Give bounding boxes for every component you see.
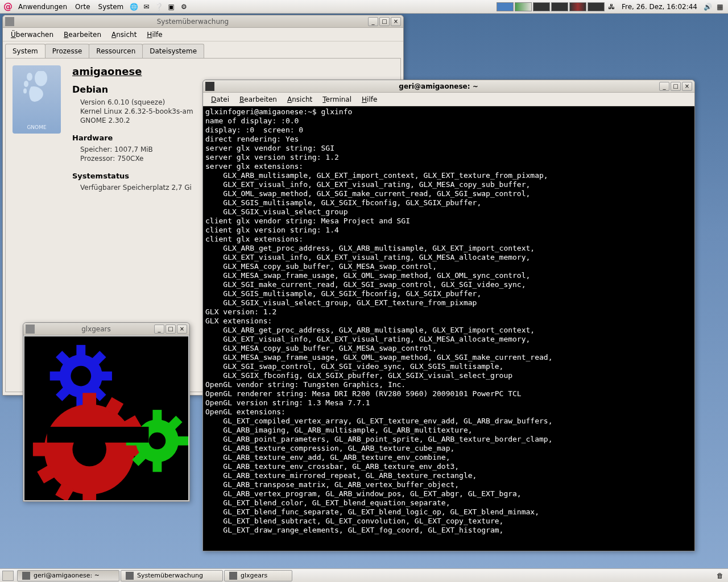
workspace-switcher[interactable] bbox=[497, 2, 605, 11]
sysmon-titlebar[interactable]: Systemüberwachung _ □ × bbox=[3, 15, 403, 28]
disk-info: Verfügbarer Speicherplatz 2,7 Gi bbox=[80, 184, 193, 192]
terminal-minimize-button[interactable]: _ bbox=[659, 82, 669, 91]
task-glxgears[interactable]: glxgears bbox=[224, 570, 292, 581]
tab-ressourcen[interactable]: Ressourcen bbox=[89, 44, 143, 58]
system-menu[interactable]: System bbox=[95, 2, 127, 12]
svg-rect-26 bbox=[152, 410, 162, 421]
glx-close-button[interactable]: × bbox=[177, 325, 187, 334]
menu-uberwachen[interactable]: Überwachen bbox=[6, 29, 58, 40]
sysmon-tabs: System Prozesse Ressourcen Dateisysteme bbox=[3, 41, 403, 58]
clock[interactable]: Fre, 26. Dez, 16:02:44 bbox=[618, 3, 701, 11]
svg-rect-29 bbox=[177, 436, 188, 446]
task-sysmon[interactable]: Systemüberwachung bbox=[121, 570, 223, 581]
gnome-foot-icon bbox=[21, 71, 49, 105]
glxgears-window: glxgears _ □ × bbox=[23, 322, 190, 502]
menu-bearbeiten[interactable]: Bearbeiten bbox=[59, 29, 106, 40]
glxgears-title: glxgears bbox=[38, 325, 154, 333]
sysmon-menubar: Überwachen Bearbeiten Ansicht Hilfe bbox=[3, 28, 403, 41]
svg-rect-17 bbox=[82, 492, 96, 501]
task-sysmon-label: Systemüberwachung bbox=[137, 572, 203, 579]
svg-point-3 bbox=[23, 89, 27, 94]
task-terminal-icon bbox=[22, 572, 30, 580]
os-name: Debian bbox=[72, 84, 193, 95]
task-terminal-label: geri@amigaonese: ~ bbox=[34, 572, 100, 579]
close-button[interactable]: × bbox=[391, 17, 401, 26]
volume-icon[interactable]: 🔊 bbox=[702, 1, 713, 13]
help-launcher-icon[interactable]: ❔ bbox=[153, 1, 164, 13]
terminal-title: geri@amigaonese: ~ bbox=[218, 82, 659, 90]
workspace-5[interactable] bbox=[569, 2, 586, 11]
svg-rect-9 bbox=[101, 372, 112, 381]
workspace-1[interactable] bbox=[497, 2, 514, 11]
places-menu[interactable]: Orte bbox=[72, 2, 93, 12]
tab-system[interactable]: System bbox=[5, 44, 46, 58]
tray-icon[interactable]: ▦ bbox=[714, 1, 726, 13]
svg-rect-16 bbox=[82, 393, 96, 407]
network-applet-icon[interactable]: 🖧 bbox=[606, 1, 617, 13]
hostname: amigaonese bbox=[72, 65, 193, 77]
task-sysmon-icon bbox=[126, 572, 134, 580]
mail-launcher-icon[interactable]: ✉ bbox=[140, 1, 152, 13]
memory-info: Speicher: 1007,7 MiB bbox=[80, 146, 193, 153]
glxgears-canvas bbox=[23, 335, 189, 501]
terminal-window: geri@amigaonese: ~ _ □ × Datei Bearbeite… bbox=[202, 80, 695, 551]
hardware-heading: Hardware bbox=[72, 134, 193, 142]
term-menu-terminal[interactable]: Terminal bbox=[318, 94, 356, 105]
debian-logo-icon[interactable]: @ bbox=[2, 1, 14, 13]
sysmon-title: Systemüberwachung bbox=[18, 18, 368, 26]
svg-rect-6 bbox=[76, 345, 85, 356]
terminal-maximize-button[interactable]: □ bbox=[671, 82, 681, 91]
menu-ansicht[interactable]: Ansicht bbox=[107, 29, 141, 40]
svg-rect-33 bbox=[47, 427, 149, 443]
term-menu-hilfe[interactable]: Hilfe bbox=[357, 94, 382, 105]
glxgears-icon bbox=[26, 325, 35, 334]
terminal-close-button[interactable]: × bbox=[682, 82, 692, 91]
task-terminal[interactable]: geri@amigaonese: ~ bbox=[17, 570, 119, 581]
gnome-version: GNOME 2.30.2 bbox=[80, 117, 193, 124]
term-menu-datei[interactable]: Datei bbox=[206, 94, 234, 105]
workspace-4[interactable] bbox=[551, 2, 568, 11]
terminal-icon bbox=[205, 82, 214, 91]
menu-hilfe[interactable]: Hilfe bbox=[142, 29, 167, 40]
trash-icon[interactable]: 🗑 bbox=[714, 570, 726, 581]
os-version: Version 6.0.10 (squeeze) bbox=[80, 98, 193, 106]
task-glxgears-label: glxgears bbox=[241, 572, 267, 579]
bottom-panel: geri@amigaonese: ~ Systemüberwachung glx… bbox=[0, 568, 728, 582]
term-menu-bearbeiten[interactable]: Bearbeiten bbox=[235, 94, 282, 105]
terminal-output[interactable]: glxinfogeri@amigaonese:~$ glxinfo name o… bbox=[203, 106, 694, 551]
system-info: amigaonese Debian Version 6.0.10 (squeez… bbox=[72, 65, 193, 193]
glx-maximize-button[interactable]: □ bbox=[166, 325, 176, 334]
applications-menu[interactable]: Anwendungen bbox=[15, 2, 71, 12]
workspace-3[interactable] bbox=[533, 2, 550, 11]
processor-info: Prozessor: 750CXe bbox=[80, 155, 193, 163]
workspace-6[interactable] bbox=[588, 2, 605, 11]
task-glxgears-icon bbox=[229, 572, 237, 580]
top-panel: @ Anwendungen Orte System 🌐 ✉ ❔ ▣ ⚙ 🖧 Fr… bbox=[0, 0, 728, 14]
tab-dateisysteme[interactable]: Dateisysteme bbox=[142, 44, 204, 58]
sysmon-icon bbox=[5, 17, 14, 26]
workspace-2[interactable] bbox=[515, 2, 532, 11]
maximize-button[interactable]: □ bbox=[379, 17, 390, 26]
status-heading: Systemstatus bbox=[72, 172, 193, 180]
svg-rect-8 bbox=[50, 372, 61, 381]
term-menu-ansicht[interactable]: Ansicht bbox=[283, 94, 317, 105]
terminal-titlebar[interactable]: geri@amigaonese: ~ _ □ × bbox=[203, 80, 694, 93]
tab-prozesse[interactable]: Prozesse bbox=[45, 44, 90, 58]
svg-point-1 bbox=[27, 73, 32, 81]
terminal-menubar: Datei Bearbeiten Ansicht Terminal Hilfe bbox=[203, 93, 694, 106]
show-desktop-button[interactable] bbox=[2, 571, 14, 581]
svg-rect-18 bbox=[33, 443, 47, 456]
minimize-button[interactable]: _ bbox=[368, 17, 378, 26]
applet-icon[interactable]: ⚙ bbox=[178, 1, 189, 13]
svg-point-14 bbox=[71, 366, 91, 386]
kernel-version: Kernel Linux 2.6.32-5-book3s-am bbox=[80, 107, 193, 115]
terminal-launcher-icon[interactable]: ▣ bbox=[166, 1, 177, 13]
glxgears-titlebar[interactable]: glxgears _ □ × bbox=[23, 323, 189, 335]
svg-rect-27 bbox=[152, 460, 162, 472]
svg-point-32 bbox=[148, 433, 166, 450]
svg-point-2 bbox=[24, 81, 28, 87]
glx-minimize-button[interactable]: _ bbox=[154, 325, 164, 334]
gnome-logo: GNOME bbox=[13, 65, 61, 134]
browser-launcher-icon[interactable]: 🌐 bbox=[128, 1, 139, 13]
svg-point-0 bbox=[35, 71, 47, 86]
